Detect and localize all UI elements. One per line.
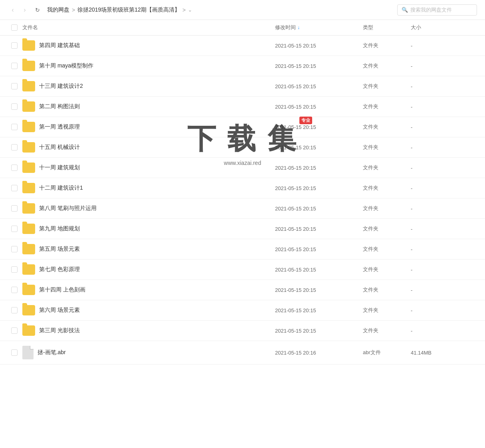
search-bar[interactable]: 🔍 搜索我的网盘文件 (397, 4, 477, 16)
file-name: 第六周 场景元素 (39, 307, 80, 314)
table-row[interactable]: 拯-画笔.abr 2021-05-15 20:16 abr文件 41.14MB (0, 341, 485, 365)
file-name-cell: 第十四周 上色刻画 (22, 285, 275, 295)
file-type: 文件夹 (363, 42, 411, 49)
table-row[interactable]: 第十周 maya模型制作 2021-05-15 20:15 文件夹 - (0, 56, 485, 76)
file-name-cell: 十三周 建筑设计2 (22, 81, 275, 91)
col-name-header[interactable]: 文件名 (22, 24, 275, 31)
row-checkbox[interactable] (11, 144, 18, 151)
row-checkbox-cell (6, 103, 22, 110)
file-date: 2021-05-15 20:15 (275, 124, 363, 130)
folder-icon (22, 101, 35, 112)
file-name-cell: 十五周 机械设计 (22, 142, 275, 153)
table-row[interactable]: 第四周 建筑基础 2021-05-15 20:15 文件夹 - (0, 36, 485, 56)
row-checkbox[interactable] (11, 103, 18, 110)
file-date: 2021-05-15 20:15 (275, 328, 363, 334)
folder-icon (22, 142, 35, 153)
breadcrumb-root[interactable]: 我的网盘 (47, 6, 69, 14)
file-name-cell: 第八周 笔刷与照片运用 (22, 203, 275, 214)
row-checkbox[interactable] (11, 226, 18, 232)
file-size: - (411, 185, 459, 191)
row-checkbox-cell (6, 246, 22, 252)
row-checkbox[interactable] (11, 63, 18, 69)
file-name-cell: 第九周 地图规划 (22, 224, 275, 234)
folder-icon (22, 183, 35, 193)
row-checkbox-cell (6, 144, 22, 151)
file-name: 第九周 地图规划 (39, 225, 80, 232)
table-row[interactable]: 第九周 地图规划 2021-05-15 20:15 文件夹 - (0, 219, 485, 239)
row-checkbox[interactable] (11, 205, 18, 212)
breadcrumb: 我的网盘 > 徐拯2019场景初级班第12期【画质高清】 > ⌄ (47, 6, 397, 14)
file-type: 文件夹 (363, 123, 411, 131)
row-checkbox[interactable] (11, 287, 18, 293)
table-row[interactable]: 第六周 场景元素 2021-05-15 20:15 文件夹 - (0, 300, 485, 321)
row-checkbox-cell (6, 327, 22, 334)
row-checkbox[interactable] (11, 307, 18, 313)
folder-icon (22, 61, 35, 71)
folder-icon (22, 325, 35, 336)
file-type: 文件夹 (363, 103, 411, 110)
table-row[interactable]: 第三周 光影技法 2021-05-15 20:15 文件夹 - (0, 321, 485, 341)
breadcrumb-dropdown-icon[interactable]: ⌄ (188, 7, 192, 13)
file-size: - (411, 83, 459, 89)
table-row[interactable]: 十三周 建筑设计2 2021-05-15 20:15 文件夹 - (0, 76, 485, 97)
file-size: - (411, 165, 459, 171)
sort-down-icon: ↓ (297, 25, 300, 30)
file-name-cell: 拯-画笔.abr (22, 346, 275, 359)
file-size: - (411, 328, 459, 334)
col-size-header: 大小 (411, 24, 459, 31)
file-date: 2021-05-15 20:15 (275, 307, 363, 313)
table-row[interactable]: 第十四周 上色刻画 2021-05-15 20:15 文件夹 - (0, 280, 485, 300)
file-name: 第四周 建筑基础 (39, 42, 80, 49)
file-type: 文件夹 (363, 286, 411, 293)
row-checkbox[interactable] (11, 327, 18, 334)
table-row[interactable]: 第二周 构图法则 2021-05-15 20:15 文件夹 - (0, 97, 485, 117)
file-type: 文件夹 (363, 164, 411, 171)
file-name: 十二周 建筑设计1 (39, 184, 83, 192)
file-date: 2021-05-15 20:15 (275, 104, 363, 110)
file-size: - (411, 226, 459, 232)
file-date: 2021-05-15 20:15 (275, 267, 363, 273)
table-row[interactable]: 第七周 色彩原理 2021-05-15 20:15 文件夹 - (0, 260, 485, 280)
table-header: 文件名 修改时间 ↓ 类型 大小 (0, 20, 485, 36)
row-checkbox[interactable] (11, 266, 18, 273)
breadcrumb-folder[interactable]: 徐拯2019场景初级班第12期【画质高清】 (77, 6, 180, 14)
table-row[interactable]: 第五周 场景元素 2021-05-15 20:15 文件夹 - (0, 239, 485, 260)
table-row[interactable]: 第八周 笔刷与照片运用 2021-05-15 20:15 文件夹 - (0, 198, 485, 219)
row-checkbox-cell (6, 226, 22, 232)
folder-icon (22, 203, 35, 214)
col-date-header[interactable]: 修改时间 ↓ (275, 24, 363, 31)
breadcrumb-sep2: > (182, 7, 186, 13)
file-name-cell: 第四周 建筑基础 (22, 40, 275, 51)
table-row[interactable]: 十五周 机械设计 2021-05-15 20:15 文件夹 - (0, 137, 485, 158)
file-type: 文件夹 (363, 144, 411, 151)
row-checkbox[interactable] (11, 83, 18, 89)
breadcrumb-sep1: > (72, 7, 75, 13)
file-name: 第十周 maya模型制作 (39, 62, 93, 69)
row-checkbox[interactable] (11, 124, 18, 130)
file-type: 文件夹 (363, 246, 411, 253)
row-checkbox[interactable] (11, 185, 18, 191)
file-type: 文件夹 (363, 62, 411, 69)
select-all-checkbox[interactable] (11, 24, 18, 31)
row-checkbox-cell (6, 185, 22, 191)
row-checkbox[interactable] (11, 165, 18, 171)
file-name-cell: 十一周 建筑规划 (22, 163, 275, 173)
row-checkbox[interactable] (11, 42, 18, 49)
folder-icon (22, 305, 35, 315)
file-date: 2021-05-15 20:15 (275, 185, 363, 191)
table-row[interactable]: 十二周 建筑设计1 2021-05-15 20:15 文件夹 - (0, 178, 485, 198)
file-name: 十五周 机械设计 (39, 144, 80, 151)
back-button[interactable]: ‹ (8, 5, 18, 15)
table-row[interactable]: 第一周 透视原理 2021-05-15 20:15 文件夹 - (0, 117, 485, 137)
file-date: 2021-05-15 20:16 (275, 350, 363, 356)
refresh-button[interactable]: ↻ (33, 5, 42, 15)
folder-icon (22, 264, 35, 275)
file-size: 41.14MB (411, 350, 459, 356)
row-checkbox[interactable] (11, 246, 18, 252)
folder-icon (22, 224, 35, 234)
forward-button[interactable]: › (20, 5, 30, 15)
table-row[interactable]: 十一周 建筑规划 2021-05-15 20:15 文件夹 - (0, 158, 485, 178)
row-checkbox[interactable] (11, 349, 18, 356)
row-checkbox-cell (6, 307, 22, 313)
file-size: - (411, 287, 459, 293)
